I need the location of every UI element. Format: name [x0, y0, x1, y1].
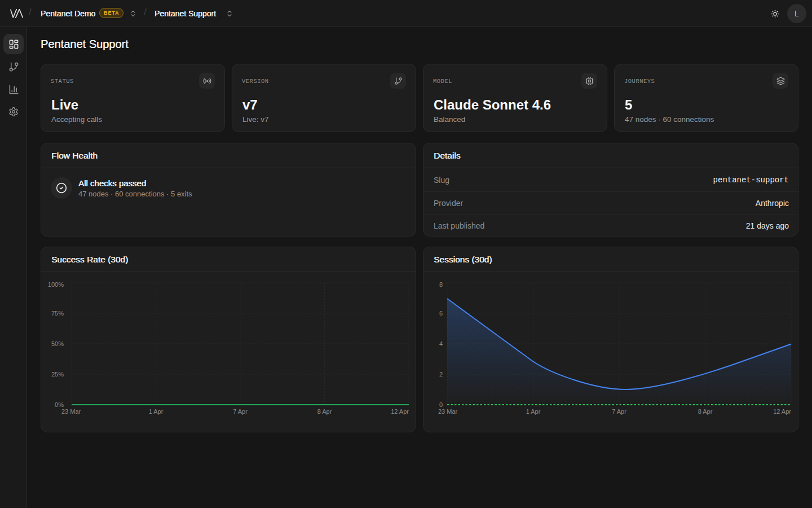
- svg-text:0%: 0%: [55, 401, 64, 408]
- svg-text:1 Apr: 1 Apr: [526, 408, 541, 415]
- svg-text:25%: 25%: [51, 371, 64, 378]
- svg-text:7 Apr: 7 Apr: [233, 408, 248, 415]
- svg-text:50%: 50%: [51, 340, 64, 347]
- svg-text:8: 8: [439, 281, 443, 288]
- svg-text:1 Apr: 1 Apr: [149, 408, 164, 415]
- svg-text:100%: 100%: [48, 281, 64, 288]
- svg-text:8 Apr: 8 Apr: [317, 408, 332, 415]
- svg-text:12 Apr: 12 Apr: [391, 408, 409, 415]
- svg-text:4: 4: [439, 340, 443, 347]
- svg-text:23 Mar: 23 Mar: [61, 408, 81, 415]
- svg-text:8 Apr: 8 Apr: [698, 408, 713, 415]
- svg-text:12 Apr: 12 Apr: [773, 408, 791, 415]
- svg-text:23 Mar: 23 Mar: [438, 408, 458, 415]
- svg-text:6: 6: [439, 310, 443, 317]
- svg-text:0: 0: [439, 401, 443, 408]
- svg-text:75%: 75%: [51, 310, 64, 317]
- svg-text:7 Apr: 7 Apr: [612, 408, 626, 415]
- svg-text:2: 2: [439, 371, 443, 378]
